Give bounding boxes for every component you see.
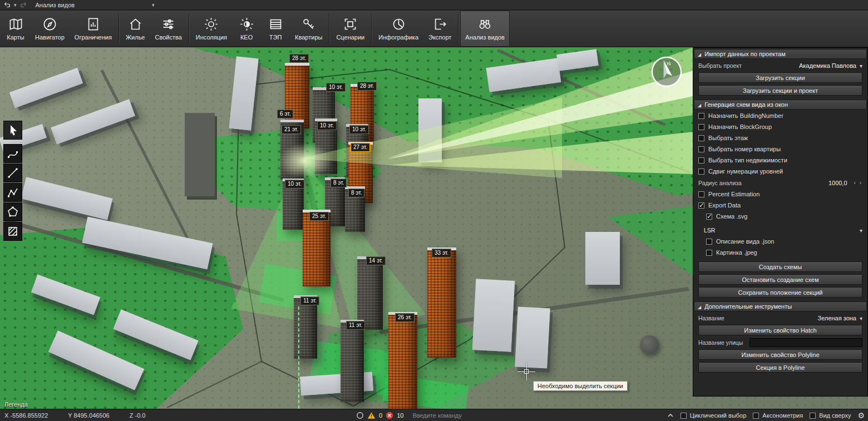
ribbon-button-infographics[interactable]: Инфографика: [373, 11, 423, 47]
status-circle-icon[interactable]: [356, 412, 364, 419]
redo-icon[interactable]: [19, 1, 27, 9]
checkbox-row-schema-svg[interactable]: Схема .svg: [694, 211, 867, 222]
ribbon-button-restrictions[interactable]: Ограничения: [70, 11, 117, 47]
settings-gear-icon[interactable]: ⚙: [857, 412, 865, 419]
load-sections-button[interactable]: Загрузить секции: [698, 72, 862, 83]
checkbox-row-export-data[interactable]: Export Data: [694, 200, 867, 211]
checkbox[interactable]: [680, 413, 687, 419]
spline-tool[interactable]: [3, 144, 22, 163]
ribbon-button-keo[interactable]: КЕО: [232, 11, 261, 47]
undo-history-chevron-icon[interactable]: ▾: [14, 2, 17, 8]
street-name-input[interactable]: [749, 338, 862, 347]
collapse-icon[interactable]: [698, 101, 701, 108]
checkbox-row-realestate-type[interactable]: Выбрать тип недвижимости: [694, 155, 867, 166]
collapse-icon[interactable]: [698, 303, 701, 310]
checkbox[interactable]: [706, 239, 712, 245]
context-building: [51, 99, 135, 144]
section-header-generation[interactable]: Генерация схем вида из окон: [694, 100, 867, 110]
collapse-icon[interactable]: [698, 51, 701, 57]
line-tool[interactable]: [3, 164, 22, 182]
radius-row[interactable]: Радиус анализа 1000,0 ‹ ›: [694, 177, 867, 189]
cursor-icon: [7, 124, 19, 136]
checkbox[interactable]: [706, 214, 712, 220]
undo-icon[interactable]: [3, 1, 11, 9]
toggle-cyclic-selection[interactable]: Циклический выбор: [680, 412, 747, 419]
building-3d[interactable]: [341, 320, 364, 402]
zone-name-row[interactable]: Название Зеленая зона: [694, 312, 867, 324]
project-select-row[interactable]: Выбрать проект Академика Павлова: [694, 60, 867, 71]
radius-value[interactable]: 1000,0: [828, 180, 847, 186]
coord-z: Z -0.0: [130, 412, 146, 419]
checkbox-row-buildingnumber[interactable]: Назначить BuildingNumber: [694, 110, 867, 121]
right-panel: Импорт данных по проектам Выбрать проект…: [693, 47, 868, 397]
hatch-tool[interactable]: [3, 222, 22, 241]
section-header-extra-tools[interactable]: Дополнительные инструменты: [694, 301, 867, 311]
building-3d[interactable]: [285, 63, 309, 128]
lsr-dropdown[interactable]: LSR: [694, 224, 867, 236]
value-stepper[interactable]: ‹ ›: [854, 180, 862, 186]
command-area: 0 10: [356, 409, 578, 421]
checkbox[interactable]: [698, 113, 704, 119]
ribbon-button-navigator[interactable]: Навигатор: [30, 11, 70, 47]
section-to-polyline-button[interactable]: Секция в Polyline: [698, 362, 862, 373]
load-sections-project-button[interactable]: Загрузить секции и проект: [698, 85, 862, 96]
context-selector[interactable]: Анализ видов ▾: [36, 2, 155, 8]
coord-x: X -5586.855922: [4, 412, 48, 419]
warning-icon[interactable]: [367, 412, 376, 419]
context-building: [515, 307, 550, 369]
legend-label[interactable]: Легенда: [4, 401, 28, 408]
section-header-import[interactable]: Импорт данных по проектам: [694, 49, 867, 59]
checkbox[interactable]: [698, 146, 704, 152]
ribbon-button-housing[interactable]: Жилье: [121, 11, 150, 47]
chevron-up-icon[interactable]: [667, 413, 674, 418]
checkbox-row-json[interactable]: Описание вида .json: [694, 236, 867, 247]
checkbox[interactable]: [698, 202, 704, 209]
error-count: 10: [397, 412, 403, 419]
building-3d[interactable]: [357, 256, 383, 330]
edit-hatch-button[interactable]: Изменить свойство Hatch: [698, 325, 862, 335]
building-floor-label: 11 эт.: [346, 321, 365, 330]
report-icon: [86, 17, 101, 32]
checkbox[interactable]: [698, 157, 704, 164]
ribbon-button-properties[interactable]: Свойства: [150, 11, 187, 47]
checkbox[interactable]: [753, 413, 759, 419]
checkbox[interactable]: [698, 135, 704, 141]
checkbox-row-floor[interactable]: Выбрать этаж: [694, 132, 867, 143]
ribbon-button-insolation[interactable]: Инсоляция: [191, 11, 232, 47]
command-input[interactable]: [411, 412, 578, 419]
stop-schemes-button[interactable]: Остановить создание схем: [698, 274, 862, 285]
chevron-down-icon[interactable]: [860, 227, 862, 234]
building-3d[interactable]: [388, 312, 417, 409]
checkbox[interactable]: [698, 169, 704, 175]
edit-polyline-button[interactable]: Изменить свойство Polyline: [698, 349, 862, 360]
ribbon-button-tep[interactable]: ТЭП: [261, 11, 290, 47]
ribbon-button-maps[interactable]: Карты: [1, 11, 30, 47]
checkbox[interactable]: [698, 191, 704, 197]
building-3d[interactable]: [427, 247, 456, 358]
toggle-top-view[interactable]: Вид сверху: [810, 412, 851, 419]
chevron-down-icon[interactable]: [860, 315, 862, 321]
error-icon[interactable]: [386, 412, 393, 419]
checkbox-row-percent-estimation[interactable]: Percent Estimation: [694, 189, 867, 200]
hatch-icon: [7, 225, 19, 237]
checkbox[interactable]: [810, 413, 816, 419]
checkbox[interactable]: [698, 124, 704, 130]
toggle-axonometry[interactable]: Аксонометрия: [753, 412, 803, 419]
building-3d[interactable]: [303, 210, 331, 286]
ribbon-button-apartments[interactable]: Квартиры: [290, 11, 327, 47]
chevron-down-icon[interactable]: [860, 62, 862, 69]
ribbon-button-scenarios[interactable]: Сценарии: [331, 11, 369, 47]
building-floor-label: 21 эт.: [282, 125, 301, 134]
create-schemes-button[interactable]: Создать схемы: [698, 261, 862, 272]
checkbox-row-jpeg[interactable]: Картинка .jpeg: [694, 247, 867, 258]
checkbox[interactable]: [706, 250, 712, 256]
checkbox-row-apartment-number[interactable]: Выбрать номер квартиры: [694, 143, 867, 155]
select-tool[interactable]: [3, 121, 22, 140]
ribbon-button-view-analysis[interactable]: Анализ видов: [460, 11, 510, 47]
checkbox-row-level-shift[interactable]: Сдвиг нумерации уровней: [694, 166, 867, 177]
polygon-tool[interactable]: [3, 202, 22, 221]
checkbox-row-blockgroup[interactable]: Назначить BlockGroup: [694, 121, 867, 132]
save-section-positions-button[interactable]: Сохранить положение секций: [698, 287, 862, 298]
polyline-tool[interactable]: [3, 183, 22, 202]
ribbon-button-export[interactable]: Экспорт: [423, 11, 456, 47]
